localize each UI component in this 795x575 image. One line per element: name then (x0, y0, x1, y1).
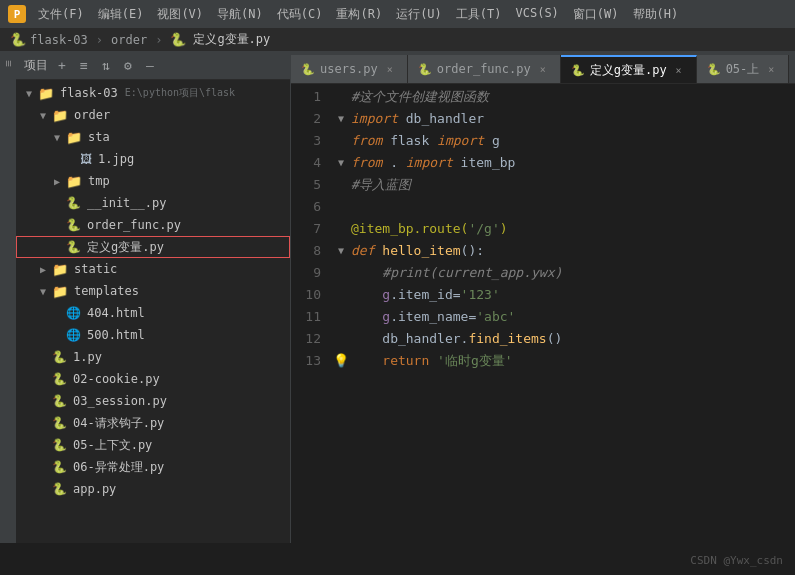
fold-8[interactable]: ▼ (338, 240, 344, 262)
file-tree[interactable]: 项目 + ≡ ⇅ ⚙ — ▼ 📁 flask-03 E:\python项目\fl… (16, 52, 291, 543)
code-13-val: '临时g变量' (437, 350, 512, 372)
code-area[interactable]: #这个文件创建视图函数 ▼ import db_handler from fla… (327, 84, 795, 543)
menu-item-h[interactable]: 帮助(H) (627, 4, 685, 25)
tree-item-flask03[interactable]: ▼ 📁 flask-03 E:\python项目\flask (16, 82, 290, 104)
code-line-7: @item_bp.route('/g') (331, 218, 795, 240)
code-2-kw: import (351, 108, 398, 130)
code-2-plain: db_handler (398, 108, 484, 130)
code-4-item: item_bp (453, 152, 516, 174)
tab-order-func-close[interactable]: × (536, 62, 550, 76)
menu-item-u[interactable]: 运行(U) (390, 4, 448, 25)
sort-icon[interactable]: ⇅ (98, 58, 114, 74)
tab-gvar-close[interactable]: × (672, 63, 686, 77)
code-11-g: g (382, 306, 390, 328)
title-bar: P 文件(F)编辑(E)视图(V)导航(N)代码(C)重构(R)运行(U)工具(… (0, 0, 795, 28)
menu-item-vcss[interactable]: VCS(S) (510, 4, 565, 25)
fold-4[interactable]: ▼ (338, 152, 344, 174)
sidebar-strip-lines: ≡ (2, 60, 15, 67)
code-line-11: g .item_name= 'abc' (331, 306, 795, 328)
tree-item-404[interactable]: 🌐 404.html (16, 302, 290, 324)
tree-item-templates[interactable]: ▼ 📁 templates (16, 280, 290, 302)
tab-gvar-label: 定义g变量.py (590, 62, 667, 79)
code-line-9: #print(current_app.ywx) (331, 262, 795, 284)
arrow-flask03: ▼ (23, 88, 35, 99)
menu-item-c[interactable]: 代码(C) (271, 4, 329, 25)
tree-item-tmp[interactable]: ▶ 📁 tmp (16, 170, 290, 192)
gear-icon[interactable]: ⚙ (120, 58, 136, 74)
breadcrumb-file[interactable]: 定义g变量.py (193, 31, 270, 48)
tab-05[interactable]: 🐍 05-上 × (697, 55, 790, 83)
breadcrumb-part: 🐍 flask-03 › order › 🐍 定义g变量.py (10, 31, 270, 48)
code-3-from: from (351, 130, 382, 152)
tree-item-06exception[interactable]: 🐍 06-异常处理.py (16, 456, 290, 478)
code-3-import: import (437, 130, 484, 152)
tree-item-apppy[interactable]: 🐍 app.py (16, 478, 290, 500)
lightbulb-icon[interactable]: 💡 (333, 350, 349, 372)
tree-item-03session[interactable]: 🐍 03_session.py (16, 390, 290, 412)
editor[interactable]: 🐍 users.py × 🐍 order_func.py × 🐍 定义g变量.p… (291, 52, 795, 543)
tab-05-close[interactable]: × (764, 62, 778, 76)
code-12-parens: () (547, 328, 563, 350)
code-7-close: ) (500, 218, 508, 240)
code-8-parens: (): (461, 240, 484, 262)
404-label: 404.html (87, 306, 145, 320)
tree-toolbar-label: 项目 (24, 57, 48, 74)
tree-item-500[interactable]: 🌐 500.html (16, 324, 290, 346)
static-label: static (74, 262, 117, 276)
breadcrumb-root[interactable]: flask-03 (30, 33, 88, 47)
03session-label: 03_session.py (73, 394, 167, 408)
code-line-6 (331, 196, 795, 218)
arrow-sta: ▼ (51, 132, 63, 143)
tree-item-04request[interactable]: 🐍 04-请求钩子.py (16, 412, 290, 434)
menu-item-e[interactable]: 编辑(E) (92, 4, 150, 25)
breadcrumb: 🐍 flask-03 › order › 🐍 定义g变量.py (0, 28, 795, 52)
breadcrumb-folder[interactable]: order (111, 33, 147, 47)
tree-item-sta[interactable]: ▼ 📁 sta (16, 126, 290, 148)
tmp-label: tmp (88, 174, 110, 188)
menu-item-w[interactable]: 窗口(W) (567, 4, 625, 25)
code-13-indent (351, 350, 382, 372)
breadcrumb-sep: › (96, 33, 103, 47)
menu-item-f[interactable]: 文件(F) (32, 4, 90, 25)
tab-05-label: 05-上 (726, 61, 760, 78)
tab-users[interactable]: 🐍 users.py × (291, 55, 408, 83)
05context-label: 05-上下文.py (73, 437, 152, 454)
tree-item-static[interactable]: ▶ 📁 static (16, 258, 290, 280)
list-icon[interactable]: ≡ (76, 58, 92, 74)
menu-item-v[interactable]: 视图(V) (151, 4, 209, 25)
tab-gvar[interactable]: 🐍 定义g变量.py × (561, 55, 697, 83)
code-11-val: 'abc' (476, 306, 515, 328)
app-icon: P (8, 5, 26, 23)
code-line-10: g .item_id= '123' (331, 284, 795, 306)
code-10-dot: .item_id= (390, 284, 460, 306)
menu-item-t[interactable]: 工具(T) (450, 4, 508, 25)
fold-2[interactable]: ▼ (338, 108, 344, 130)
code-3-g: g (484, 130, 500, 152)
tree-item-1jpg[interactable]: 🖼 1.jpg (16, 148, 290, 170)
tab-order-func[interactable]: 🐍 order_func.py × (408, 55, 561, 83)
line-numbers: 1 2 3 4 5 6 7 8 9 10 11 12 13 (291, 84, 327, 543)
collapse-icon[interactable]: — (142, 58, 158, 74)
tree-item-order[interactable]: ▼ 📁 order (16, 104, 290, 126)
tab-users-close[interactable]: × (383, 62, 397, 76)
tree-item-gvar[interactable]: 🐍 定义g变量.py (16, 236, 290, 258)
gvar-label: 定义g变量.py (87, 239, 164, 256)
gutter-4: ▼ (331, 152, 351, 174)
menu-item-n[interactable]: 导航(N) (211, 4, 269, 25)
code-1-content: #这个文件创建视图函数 (351, 86, 489, 108)
menu-item-r[interactable]: 重构(R) (330, 4, 388, 25)
code-line-12: db_handler. find_items () (331, 328, 795, 350)
tree-item-02cookie[interactable]: 🐍 02-cookie.py (16, 368, 290, 390)
add-icon[interactable]: + (54, 58, 70, 74)
code-line-3: from flask import g (331, 130, 795, 152)
code-line-13: 💡 return '临时g变量' (331, 350, 795, 372)
tree-item-init[interactable]: 🐍 __init__.py (16, 192, 290, 214)
code-10-g: g (382, 284, 390, 306)
editor-content[interactable]: 1 2 3 4 5 6 7 8 9 10 11 12 13 #这个文件创建视图函… (291, 84, 795, 543)
editor-tabs[interactable]: 🐍 users.py × 🐍 order_func.py × 🐍 定义g变量.p… (291, 52, 795, 84)
code-line-4: ▼ from . import item_bp (331, 152, 795, 174)
tree-item-1py[interactable]: 🐍 1.py (16, 346, 290, 368)
tree-item-05context[interactable]: 🐍 05-上下文.py (16, 434, 290, 456)
tree-item-order-func[interactable]: 🐍 order_func.py (16, 214, 290, 236)
code-8-def: def (351, 240, 374, 262)
